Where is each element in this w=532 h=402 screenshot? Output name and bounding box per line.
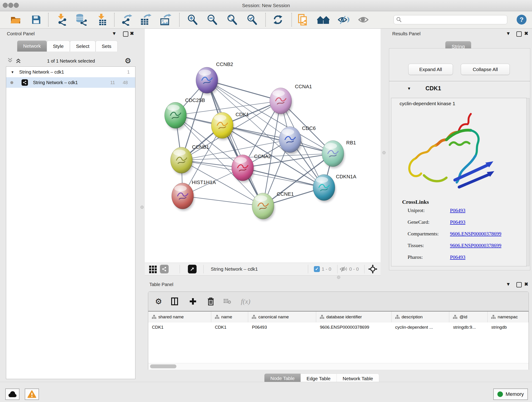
copy-network-button[interactable] (297, 13, 309, 26)
node-CCNA2[interactable]: CCNA2 (232, 153, 271, 182)
table-cell[interactable]: 9606.ENSP00000378699 (316, 322, 392, 332)
pan-crosshair-icon[interactable] (368, 264, 377, 274)
export-network-button[interactable] (121, 13, 133, 26)
left-splitter-handle[interactable] (140, 206, 144, 209)
detach-view-button[interactable] (188, 265, 196, 274)
column-header-shared-name[interactable]: shared name (148, 312, 211, 322)
column-header-name[interactable]: name (211, 312, 248, 322)
expand-all-tree-icon[interactable] (15, 57, 22, 65)
search-input[interactable] (402, 17, 501, 23)
show-columns-icon[interactable] (171, 297, 179, 306)
table-cell[interactable]: P06493 (248, 322, 316, 332)
right-splitter-handle[interactable] (382, 151, 386, 154)
node-label-CDKN1A: CDKN1A (336, 174, 356, 179)
control-panel-close-icon[interactable]: ✖ (130, 31, 134, 36)
control-panel-menu-icon[interactable]: ▼ (112, 31, 117, 36)
collapse-all-button[interactable]: Collapse All (461, 64, 510, 75)
network-row[interactable]: String Network – cdk1 11 48 (6, 77, 135, 88)
table-cell[interactable]: cyclin-dependent ... (392, 322, 450, 332)
results-scrollbar[interactable] (526, 98, 530, 266)
cloud-button[interactable] (5, 389, 19, 400)
export-table-button[interactable] (139, 13, 152, 26)
tab-select[interactable]: Select (70, 41, 95, 51)
delete-column-icon[interactable] (207, 297, 215, 306)
network-collection-row[interactable]: ▼ String Network – cdk1 1 (6, 67, 135, 77)
crosslink-link[interactable]: P06493 (450, 219, 465, 225)
warnings-button[interactable] (25, 389, 39, 400)
crosslink-label: Pharos: (408, 254, 423, 260)
import-table-file-button[interactable] (96, 13, 109, 26)
table-row[interactable]: CDK1CDK1P064939606.ENSP00000378699cyclin… (148, 322, 529, 332)
table-cell[interactable]: CDK1 (148, 322, 211, 332)
zoom-out-button[interactable] (206, 13, 219, 26)
import-network-database-button[interactable] (75, 13, 88, 26)
node-RB1[interactable]: RB1 (322, 140, 356, 168)
gene-name: CDK1 (425, 85, 441, 92)
birds-eye-view-button[interactable] (149, 265, 157, 274)
current-network-bullet (10, 81, 13, 84)
crosslink-label: Tissues: (408, 242, 424, 249)
memory-button[interactable]: Memory (493, 389, 528, 400)
crosslink-row: Tissues:9606.ENSP00000378699 (391, 240, 526, 252)
network-type-button[interactable] (160, 265, 169, 274)
column-header-canonical-name[interactable]: canonical name (248, 312, 316, 322)
zoom-selected-button[interactable] (246, 13, 259, 26)
table-cell[interactable]: stringdb (488, 322, 529, 332)
home-button[interactable] (317, 13, 330, 26)
gene-collapse-icon[interactable]: ▼ (407, 86, 411, 91)
results-panel-float-icon[interactable] (516, 32, 522, 37)
crosslink-link[interactable]: P06493 (450, 207, 465, 213)
collection-expand-icon[interactable]: ▼ (11, 70, 14, 74)
crosslink-link[interactable]: P06493 (450, 254, 465, 260)
node-CDC6[interactable]: CDC6 (279, 125, 316, 154)
zoom-fit-button[interactable] (226, 13, 239, 26)
edge-HIST1H1A-CCNE1[interactable] (183, 196, 263, 206)
results-panel-close-icon[interactable]: ✖ (524, 31, 528, 36)
horizontal-splitter-handle[interactable] (337, 276, 340, 279)
add-column-icon[interactable] (189, 297, 197, 306)
node-CDKN1A[interactable]: CDKN1A (313, 174, 356, 202)
search-field[interactable] (394, 15, 507, 24)
import-network-file-button[interactable] (56, 13, 69, 26)
show-all-button[interactable] (357, 13, 370, 26)
network-graph[interactable]: CCNB2CCNA1CDC25BCDK1CDC6RB1CCNB1CCNA2CDK… (145, 29, 380, 263)
hide-selected-button[interactable] (337, 13, 350, 26)
table-panel-float-icon[interactable] (516, 282, 522, 287)
node-CDK1[interactable]: CDK1 (211, 112, 249, 140)
network-options-gear-icon[interactable]: ⚙ (125, 56, 131, 65)
table-cell[interactable]: CDK1 (211, 322, 248, 332)
expand-all-button[interactable]: Expand All (408, 64, 453, 75)
column-header--id[interactable]: @id (449, 312, 488, 322)
save-session-button[interactable] (30, 13, 43, 26)
table-cell[interactable]: stringdb:9... (449, 322, 488, 332)
crosslink-link[interactable]: 9606.ENSP00000378699 (450, 242, 501, 249)
node-CCNB2[interactable]: CCNB2 (196, 61, 233, 95)
table-panel-close-icon[interactable]: ✖ (524, 281, 528, 287)
control-panel-float-icon[interactable] (123, 32, 128, 37)
crosslink-link[interactable]: 9606.ENSP00000378699 (450, 231, 501, 237)
help-button[interactable]: ? (517, 15, 526, 25)
column-header-description[interactable]: description (392, 312, 450, 322)
node-CCNE1[interactable]: CCNE1 (252, 191, 294, 221)
zoom-in-button[interactable] (186, 13, 199, 26)
column-header-namespac[interactable]: namespac (488, 312, 529, 322)
tab-style[interactable]: Style (47, 41, 70, 51)
table-panel-menu-icon[interactable]: ▼ (506, 281, 511, 287)
table-horizontal-scrollbar[interactable] (148, 363, 529, 370)
edge-CCNB2-CCNE1[interactable] (207, 80, 263, 206)
column-header-database-identifier[interactable]: database identifier (316, 312, 392, 322)
table-settings-gear-icon[interactable]: ⚙ (154, 297, 163, 306)
scrollbar-thumb[interactable] (150, 364, 177, 368)
tab-network[interactable]: Network (17, 41, 47, 51)
network-canvas[interactable]: CCNB2CCNA1CDC25BCDK1CDC6RB1CCNB1CCNA2CDK… (145, 29, 380, 263)
node-CDC25B[interactable]: CDC25B (165, 97, 205, 130)
selected-checkbox-icon[interactable]: ✓ (314, 266, 320, 272)
collapse-all-tree-icon[interactable] (7, 57, 13, 65)
export-image-button[interactable] (159, 13, 172, 26)
open-session-button[interactable] (9, 13, 22, 26)
results-panel-menu-icon[interactable]: ▼ (506, 31, 511, 36)
node-HIST1H1A[interactable]: HIST1H1A (172, 179, 216, 211)
toolbar-separator (203, 265, 204, 274)
tab-sets[interactable]: Sets (95, 41, 118, 51)
refresh-layout-button[interactable] (272, 13, 284, 26)
